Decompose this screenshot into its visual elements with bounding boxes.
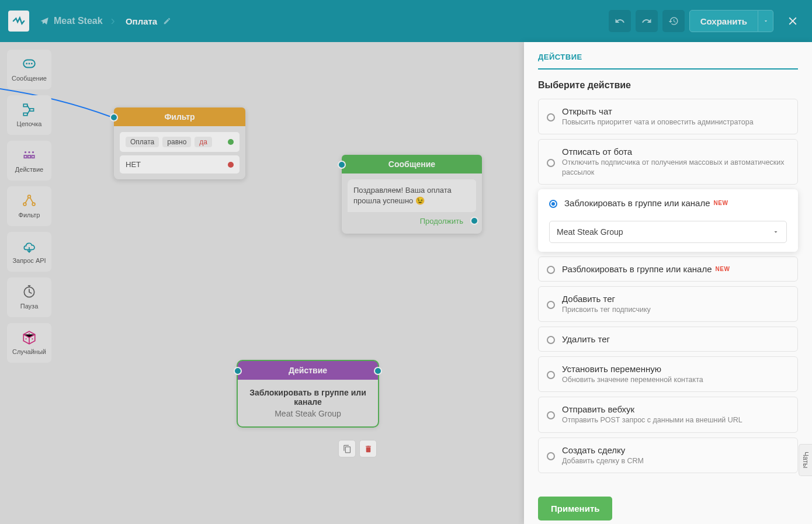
port-in[interactable] xyxy=(338,161,346,169)
radio-icon xyxy=(549,200,557,208)
app-logo[interactable] xyxy=(8,11,29,32)
filter-icon xyxy=(22,193,37,209)
svg-rect-5 xyxy=(30,109,34,111)
node-message-header: Сообщение xyxy=(342,155,482,173)
action-option-5[interactable]: Удалить тег xyxy=(538,327,798,352)
chain-icon xyxy=(22,102,37,117)
svg-rect-10 xyxy=(24,155,26,158)
bot-name-label: Meat Steak xyxy=(54,16,103,26)
port-out[interactable] xyxy=(374,367,382,375)
radio-icon xyxy=(547,452,555,460)
header-bar: Meat Steak › Оплата Сохранить xyxy=(0,0,812,42)
node-action[interactable]: Действие Заблокировать в группе или кана… xyxy=(238,361,378,426)
action-option-3[interactable]: Разблокировать в группе или каналеNEW xyxy=(538,256,798,282)
sidebar-item-chain[interactable]: Цепочка xyxy=(7,95,51,135)
panel-heading: Выберите действие xyxy=(538,80,798,91)
message-icon xyxy=(22,57,37,72)
action-description: Отправить POST запрос с данными на внешн… xyxy=(562,415,742,425)
action-option-4[interactable]: Добавить тегПрисвоить тег подписчику xyxy=(538,286,798,322)
port-in[interactable] xyxy=(234,367,242,375)
duplicate-button[interactable] xyxy=(338,440,356,457)
pause-icon xyxy=(22,284,37,300)
filter-row-yes[interactable]: Оплата равно да xyxy=(120,132,240,152)
chats-tab[interactable]: Чаты xyxy=(799,444,812,476)
action-heading: Заблокировать в группе или канале xyxy=(244,388,372,407)
sidebar-item-message[interactable]: Сообщение xyxy=(7,50,51,89)
delete-button[interactable] xyxy=(359,440,377,457)
action-panel: ДЕЙСТВИЕ Выберите действие Открыть чатПо… xyxy=(524,42,812,524)
sidebar-label: Сообщение xyxy=(12,75,47,82)
node-message[interactable]: Сообщение Поздравляем! Ваша оплата прошл… xyxy=(342,155,482,234)
radio-icon xyxy=(547,266,555,274)
dice-icon xyxy=(22,330,37,345)
node-action-header: Действие xyxy=(238,361,378,380)
svg-point-15 xyxy=(32,203,35,206)
sidebar-item-filter[interactable]: Фильтр xyxy=(7,186,51,226)
action-option-6[interactable]: Установить переменнуюОбновить значение п… xyxy=(538,356,798,392)
undo-button[interactable] xyxy=(609,10,631,32)
svg-point-17 xyxy=(29,334,30,335)
close-button[interactable] xyxy=(782,10,804,32)
sidebar-item-pause[interactable]: Пауза xyxy=(7,277,51,317)
edit-icon[interactable] xyxy=(163,17,171,25)
group-select-dropdown[interactable]: Meat Steak Group xyxy=(549,221,787,243)
sidebar-item-action[interactable]: Действие xyxy=(7,141,51,181)
bot-name[interactable]: Meat Steak xyxy=(40,16,103,26)
action-option-7[interactable]: Отправить вебхукОтправить POST запрос с … xyxy=(538,397,798,432)
action-description: Присвоить тег подписчику xyxy=(562,305,651,314)
radio-icon xyxy=(547,301,555,309)
action-label: Установить переменную xyxy=(562,364,703,374)
action-label: Заблокировать в группе или каналеNEW xyxy=(564,198,787,208)
action-option-1[interactable]: Отписать от ботаОтключить подписчика от … xyxy=(538,139,798,185)
new-badge: NEW xyxy=(716,266,730,272)
filter-dot-red xyxy=(228,162,234,168)
svg-point-13 xyxy=(28,195,31,198)
action-option-8[interactable]: Создать сделкуДобавить сделку в CRM xyxy=(538,438,798,473)
breadcrumb-separator: › xyxy=(111,13,115,29)
sidebar-item-random[interactable]: Случайный xyxy=(7,323,51,363)
filter-no-label: НЕТ xyxy=(126,160,141,169)
panel-title: ДЕЙСТВИЕ xyxy=(538,53,798,70)
sidebar-label: Цепочка xyxy=(17,120,42,127)
node-filter[interactable]: Фильтр Оплата равно да НЕТ xyxy=(114,107,245,179)
radio-icon xyxy=(547,336,555,344)
node-filter-header: Фильтр xyxy=(114,107,245,126)
radio-icon xyxy=(547,411,555,419)
sidebar-item-api[interactable]: Запрос API xyxy=(7,232,51,272)
sidebar-label: Фильтр xyxy=(19,211,40,218)
action-option-2[interactable]: Заблокировать в группе или каналеNEWMeat… xyxy=(538,189,798,252)
history-button[interactable] xyxy=(662,10,685,32)
radio-icon xyxy=(547,113,555,122)
filter-row-no[interactable]: НЕТ xyxy=(120,155,240,173)
action-option-0[interactable]: Открыть чатПовысить приоритет чата и опо… xyxy=(538,99,798,134)
svg-point-9 xyxy=(32,151,34,153)
save-dropdown-button[interactable] xyxy=(758,10,773,32)
svg-point-7 xyxy=(25,151,26,153)
action-label: Открыть чат xyxy=(562,106,754,116)
svg-point-14 xyxy=(23,203,26,206)
action-description: Отключить подписчика от получения массов… xyxy=(562,158,789,177)
tool-sidebar: Сообщение Цепочка Действие Фильтр Запрос… xyxy=(7,50,51,363)
save-button[interactable]: Сохранить xyxy=(689,10,758,32)
port-out[interactable] xyxy=(470,217,478,225)
telegram-icon xyxy=(40,16,49,26)
filter-op: равно xyxy=(162,137,191,147)
svg-rect-12 xyxy=(32,155,34,158)
message-body: Поздравляем! Ваша оплата прошла успешно … xyxy=(348,179,476,212)
svg-rect-4 xyxy=(23,105,27,107)
action-description: Добавить сделку в CRM xyxy=(562,456,644,466)
breadcrumb-item[interactable]: Оплата xyxy=(126,16,171,26)
port-in[interactable] xyxy=(110,113,118,122)
apply-button[interactable]: Применить xyxy=(538,497,612,520)
redo-button[interactable] xyxy=(636,10,658,32)
new-badge: NEW xyxy=(714,200,728,206)
action-description: Обновить значение переменной контакта xyxy=(562,375,703,384)
svg-point-3 xyxy=(31,63,33,65)
action-description: Повысить приоритет чата и оповестить адм… xyxy=(562,117,754,127)
action-label: Отправить вебхук xyxy=(562,404,742,414)
action-label: Разблокировать в группе или каналеNEW xyxy=(562,264,730,274)
filter-dot-green xyxy=(228,139,234,145)
message-continue[interactable]: Продолжить xyxy=(348,212,476,228)
dropdown-value: Meat Steak Group xyxy=(557,227,623,237)
svg-point-19 xyxy=(32,339,33,340)
